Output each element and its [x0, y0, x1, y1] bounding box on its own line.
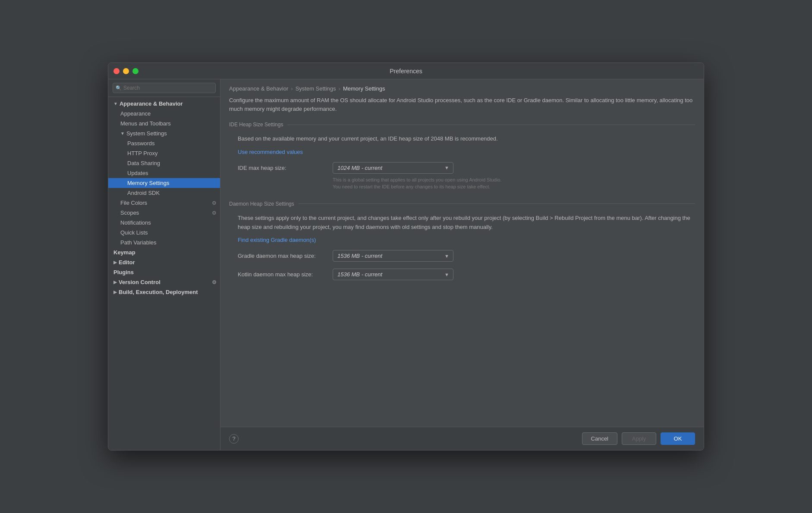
kotlin-heap-label: Kotlin daemon max heap size:	[238, 271, 333, 278]
use-recommended-link[interactable]: Use recommended values	[238, 149, 303, 155]
sidebar-item-notifications[interactable]: Notifications	[108, 218, 220, 228]
chevron-down-icon: ▼	[113, 101, 118, 106]
sidebar-item-scopes[interactable]: Scopes ⚙	[108, 208, 220, 218]
ide-heap-group: IDE Heap Size Settings Based on the avai…	[229, 122, 695, 191]
sidebar-item-appearance-behavior[interactable]: ▼ Appearance & Behavior	[108, 99, 220, 109]
chevron-down-icon: ▼	[120, 131, 125, 136]
chevron-right-icon: ▶	[113, 280, 117, 285]
preferences-window: Preferences 🔍 ▼ Appearance & Behavior Ap…	[108, 63, 704, 450]
sidebar-item-label: Version Control	[119, 279, 161, 285]
ide-heap-hint: This is a global setting that applies to…	[333, 176, 505, 191]
sidebar-item-label: Quick Lists	[120, 229, 148, 236]
sidebar-item-label: File Colors	[120, 200, 147, 206]
gradle-heap-form-row: Gradle daemon max heap size: 512 MB 750 …	[238, 250, 695, 262]
sidebar-item-label: Keymap	[113, 249, 135, 256]
sidebar-item-updates[interactable]: Updates	[108, 168, 220, 178]
ide-heap-form-row: IDE max heap size: 512 MB 750 MB 1024 MB…	[238, 162, 695, 174]
sidebar-item-quick-lists[interactable]: Quick Lists	[108, 228, 220, 238]
sidebar-item-plugins[interactable]: Plugins	[108, 267, 220, 277]
page-description: Configure the maximum amount of RAM the …	[229, 96, 695, 113]
close-button[interactable]	[113, 68, 120, 74]
footer-left: ?	[229, 434, 239, 444]
sidebar-item-label: Memory Settings	[127, 180, 170, 186]
sidebar-item-file-colors[interactable]: File Colors ⚙	[108, 198, 220, 208]
sidebar-item-system-settings[interactable]: ▼ System Settings	[108, 128, 220, 138]
divider-line	[287, 125, 695, 125]
main-layout: 🔍 ▼ Appearance & Behavior Appearance Men…	[108, 79, 704, 450]
sidebar-item-appearance[interactable]: Appearance	[108, 109, 220, 119]
footer: ? Cancel Apply OK	[220, 427, 704, 450]
chevron-right-icon: ▶	[113, 290, 117, 294]
daemon-heap-group-title: Daemon Heap Size Settings	[229, 201, 695, 207]
sidebar-item-android-sdk[interactable]: Android SDK	[108, 188, 220, 198]
sidebar-item-label: Build, Execution, Deployment	[119, 289, 198, 295]
ide-heap-label: IDE max heap size:	[238, 165, 333, 171]
ok-button[interactable]: OK	[661, 432, 695, 445]
sidebar-item-label: Appearance & Behavior	[120, 100, 183, 107]
window-title: Preferences	[390, 68, 422, 75]
settings-icon: ⚙	[212, 279, 217, 285]
search-input[interactable]	[113, 83, 216, 93]
minimize-button[interactable]	[123, 68, 129, 74]
sidebar-item-label: Notifications	[120, 219, 151, 226]
help-button[interactable]: ?	[229, 434, 239, 444]
breadcrumb-item-2: System Settings	[296, 85, 336, 92]
sidebar-item-label: Passwords	[127, 140, 155, 147]
maximize-button[interactable]	[132, 68, 138, 74]
find-gradle-daemon-link[interactable]: Find existing Gradle daemon(s)	[238, 237, 316, 243]
divider-line-2	[299, 203, 695, 204]
gradle-heap-label: Gradle daemon max heap size:	[238, 253, 333, 259]
chevron-right-icon: ▶	[113, 260, 117, 265]
search-bar-container: 🔍	[108, 79, 220, 97]
sidebar-item-label: Editor	[119, 259, 135, 266]
sidebar-item-label: Scopes	[120, 210, 139, 216]
search-wrapper: 🔍	[113, 83, 216, 93]
kotlin-heap-select-wrapper: 512 MB 750 MB 1024 MB 1280 MB 1536 MB - …	[333, 269, 453, 280]
ide-heap-section-label: IDE Heap Size Settings	[229, 122, 287, 128]
sidebar-item-label: Android SDK	[127, 190, 160, 196]
kotlin-heap-select[interactable]: 512 MB 750 MB 1024 MB 1280 MB 1536 MB - …	[333, 269, 453, 280]
apply-button[interactable]: Apply	[622, 432, 656, 445]
sidebar-item-build-execution[interactable]: ▶ Build, Execution, Deployment	[108, 287, 220, 297]
sidebar-item-label: Plugins	[113, 269, 134, 275]
nav-tree: ▼ Appearance & Behavior Appearance Menus…	[108, 97, 220, 450]
ide-heap-recommendation: Based on the available memory and your c…	[238, 135, 695, 144]
sidebar-item-memory-settings[interactable]: Memory Settings	[108, 178, 220, 188]
settings-icon: ⚙	[212, 210, 217, 216]
ide-heap-group-title: IDE Heap Size Settings	[229, 122, 695, 128]
sidebar-item-menus-toolbars[interactable]: Menus and Toolbars	[108, 119, 220, 128]
sidebar-item-label: System Settings	[126, 130, 167, 137]
sidebar-item-http-proxy[interactable]: HTTP Proxy	[108, 148, 220, 158]
titlebar: Preferences	[108, 63, 704, 79]
sidebar-item-passwords[interactable]: Passwords	[108, 138, 220, 148]
cancel-button[interactable]: Cancel	[582, 432, 617, 445]
sidebar-item-keymap[interactable]: Keymap	[108, 247, 220, 257]
sidebar-item-data-sharing[interactable]: Data Sharing	[108, 158, 220, 168]
breadcrumb-item-1: Appearance & Behavior	[229, 85, 288, 92]
sidebar-item-label: Updates	[127, 170, 148, 176]
sidebar-item-label: Menus and Toolbars	[120, 120, 171, 127]
sidebar-item-label: HTTP Proxy	[127, 150, 158, 156]
ide-heap-select[interactable]: 512 MB 750 MB 1024 MB - current 1280 MB …	[333, 162, 453, 174]
kotlin-heap-form-row: Kotlin daemon max heap size: 512 MB 750 …	[238, 269, 695, 280]
breadcrumb-separator-2: ›	[339, 85, 340, 92]
gradle-heap-select[interactable]: 512 MB 750 MB 1024 MB 1280 MB 1536 MB - …	[333, 250, 453, 262]
sidebar-item-version-control[interactable]: ▶ Version Control ⚙	[108, 277, 220, 287]
daemon-heap-description: These settings apply only to the current…	[238, 214, 695, 232]
window-controls	[113, 68, 138, 74]
gradle-heap-select-wrapper: 512 MB 750 MB 1024 MB 1280 MB 1536 MB - …	[333, 250, 453, 262]
breadcrumb-separator-1: ›	[291, 85, 293, 92]
main-scroll-area: Configure the maximum amount of RAM the …	[220, 96, 704, 427]
breadcrumb-item-3: Memory Settings	[343, 85, 385, 92]
sidebar-item-label: Data Sharing	[127, 160, 160, 166]
search-icon: 🔍	[116, 85, 122, 91]
sidebar-item-label: Path Variables	[120, 239, 157, 246]
sidebar-item-editor[interactable]: ▶ Editor	[108, 257, 220, 267]
sidebar: 🔍 ▼ Appearance & Behavior Appearance Men…	[108, 79, 220, 450]
breadcrumb: Appearance & Behavior › System Settings …	[220, 79, 704, 96]
sidebar-item-label: Appearance	[120, 110, 151, 117]
sidebar-item-path-variables[interactable]: Path Variables	[108, 238, 220, 247]
settings-icon: ⚙	[212, 200, 217, 206]
daemon-heap-group: Daemon Heap Size Settings These settings…	[229, 201, 695, 281]
main-panel: Appearance & Behavior › System Settings …	[220, 79, 704, 450]
